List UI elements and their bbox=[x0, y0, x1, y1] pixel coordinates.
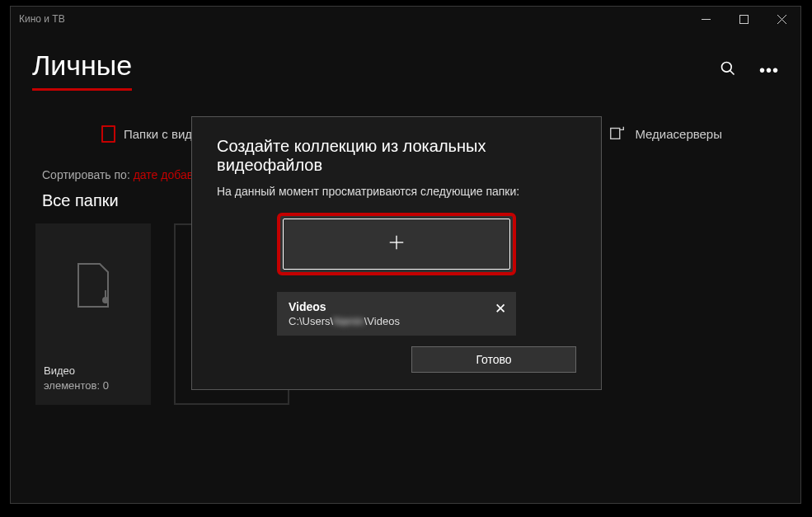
file-icon bbox=[35, 223, 151, 347]
titlebar: Кино и ТВ bbox=[11, 7, 800, 31]
add-collection-dialog: Создайте коллекцию из локальных видеофай… bbox=[191, 116, 602, 390]
card-info: Видео элементов: 0 bbox=[44, 364, 109, 393]
card-count: элементов: 0 bbox=[44, 378, 109, 393]
sort-label: Сортировать по: bbox=[42, 168, 130, 181]
done-label: Готово bbox=[476, 353, 511, 366]
plus-icon bbox=[387, 233, 406, 255]
app-name: Кино и ТВ bbox=[19, 13, 65, 25]
add-folder-button[interactable] bbox=[277, 213, 516, 275]
video-folder-card[interactable]: Видео элементов: 0 bbox=[35, 223, 151, 405]
dialog-subtitle: На данный момент просматриваются следующ… bbox=[217, 185, 576, 198]
tab-video-folders[interactable]: Папки с видео bbox=[101, 125, 206, 143]
card-name: Видео bbox=[44, 364, 109, 378]
window-controls bbox=[687, 7, 800, 31]
remove-folder-icon[interactable]: ✕ bbox=[495, 300, 506, 317]
maximize-button[interactable] bbox=[725, 7, 763, 31]
folder-item: Videos C:\Users\Namin\Videos ✕ bbox=[277, 292, 516, 336]
search-icon[interactable] bbox=[720, 60, 736, 80]
svg-line-5 bbox=[730, 71, 734, 75]
minimize-button[interactable] bbox=[687, 7, 725, 31]
page-header: Личные ••• bbox=[11, 31, 800, 99]
folder-path: C:\Users\Namin\Videos bbox=[289, 315, 505, 327]
svg-rect-6 bbox=[611, 128, 620, 139]
server-icon bbox=[608, 124, 627, 144]
folder-icon bbox=[101, 125, 115, 143]
close-button[interactable] bbox=[763, 7, 800, 31]
header-actions: ••• bbox=[720, 60, 779, 80]
svg-rect-1 bbox=[739, 15, 748, 23]
tab-label: Медиасерверы bbox=[635, 127, 722, 141]
tab-media-servers[interactable]: Медиасерверы bbox=[608, 124, 722, 144]
page-title: Личные bbox=[32, 49, 132, 91]
sort-value[interactable]: дате добав bbox=[134, 168, 193, 181]
more-icon[interactable]: ••• bbox=[759, 61, 779, 80]
svg-point-4 bbox=[721, 63, 731, 73]
svg-point-7 bbox=[103, 298, 108, 303]
dialog-title: Создайте коллекцию из локальных видеофай… bbox=[217, 137, 576, 175]
folder-name: Videos bbox=[289, 300, 505, 313]
done-button[interactable]: Готово bbox=[411, 346, 576, 373]
